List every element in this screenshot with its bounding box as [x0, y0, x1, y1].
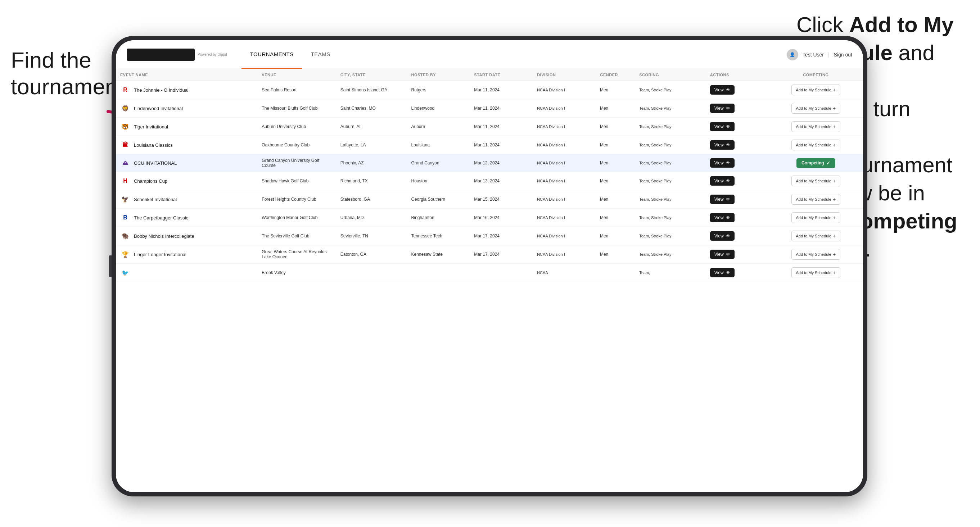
venue-cell: Sea Palms Resort	[257, 81, 336, 99]
team-logo: 🦁	[120, 103, 130, 113]
view-button[interactable]: View 👁	[710, 213, 735, 222]
nav-right: 👤 Test User | Sign out	[787, 49, 852, 60]
add-to-schedule-button[interactable]: Add to My Schedule +	[791, 103, 841, 114]
add-schedule-label: Add to My Schedule	[796, 234, 831, 238]
add-to-schedule-button[interactable]: Add to My Schedule +	[791, 230, 841, 241]
venue-cell: Brook Valley	[257, 264, 336, 282]
col-header-event: EVENT NAME	[116, 69, 257, 81]
logo-text: SCOREBOARD	[130, 51, 191, 59]
add-to-schedule-button[interactable]: Add to My Schedule +	[791, 140, 841, 150]
view-button[interactable]: View 👁	[710, 103, 735, 113]
plus-icon: +	[833, 197, 836, 202]
gender-cell: Men	[596, 136, 635, 154]
add-to-schedule-button[interactable]: Add to My Schedule +	[791, 176, 841, 186]
event-name: Linger Longer Invitational	[134, 252, 186, 257]
event-name-cell: ⛰ GCU INVITATIONAL	[116, 154, 257, 172]
competing-button[interactable]: Competing ✓	[797, 158, 835, 168]
scoring-cell: Team, Stroke Play	[635, 172, 706, 190]
view-button[interactable]: View 👁	[710, 250, 735, 259]
city-cell: Urbana, MD	[336, 209, 407, 227]
team-logo: R	[120, 85, 130, 95]
table-row: B The Carpetbagger Classic Worthington M…	[116, 209, 863, 227]
competing-cell: Add to My Schedule +	[769, 81, 863, 99]
plus-icon: +	[833, 251, 836, 257]
col-header-scoring: SCORING	[635, 69, 706, 81]
table-container[interactable]: EVENT NAME VENUE CITY, STATE HOSTED BY S…	[116, 69, 863, 492]
view-button[interactable]: View 👁	[710, 268, 735, 277]
tablet-screen: SCOREBOARD Powered by clippd TOURNAMENTS…	[116, 40, 863, 492]
city-cell: Statesboro, GA	[336, 190, 407, 209]
division-cell: NCAA Division I	[533, 81, 596, 99]
actions-cell: View 👁	[706, 190, 769, 209]
gender-cell: Men	[596, 227, 635, 245]
competing-cell: Add to My Schedule +	[769, 227, 863, 245]
scoring-cell: Team, Stroke Play	[635, 245, 706, 264]
add-to-schedule-button[interactable]: Add to My Schedule +	[791, 194, 841, 205]
actions-cell: View 👁	[706, 99, 769, 117]
add-schedule-label: Add to My Schedule	[796, 143, 831, 147]
logo-area: SCOREBOARD Powered by clippd	[127, 49, 227, 61]
view-button[interactable]: View 👁	[710, 122, 735, 131]
plus-icon: +	[833, 270, 836, 276]
table-row: 🐦 Brook ValleyNCAATeam,View 👁Add to My S…	[116, 264, 863, 282]
event-name-cell: R The Johnnie - O Individual	[116, 81, 257, 99]
actions-cell: View 👁	[706, 136, 769, 154]
start-date-cell: Mar 15, 2024	[470, 190, 533, 209]
add-to-schedule-button[interactable]: Add to My Schedule +	[791, 84, 841, 95]
eye-icon: 👁	[726, 106, 730, 111]
user-avatar: 👤	[787, 49, 798, 60]
view-button[interactable]: View 👁	[710, 231, 735, 241]
venue-cell: The Missouri Bluffs Golf Club	[257, 99, 336, 117]
eye-icon: 👁	[726, 252, 730, 257]
view-button[interactable]: View 👁	[710, 158, 735, 168]
sign-out-link[interactable]: Sign out	[834, 52, 852, 57]
team-logo: B	[120, 213, 130, 223]
division-cell: NCAA Division I	[533, 245, 596, 264]
venue-cell: Forest Heights Country Club	[257, 190, 336, 209]
table-row: H Champions Cup Shadow Hawk Golf ClubRic…	[116, 172, 863, 190]
table-row: 🏆 Linger Longer Invitational Great Water…	[116, 245, 863, 264]
add-schedule-label: Add to My Schedule	[796, 252, 831, 257]
tab-tournaments[interactable]: TOURNAMENTS	[242, 40, 302, 69]
nav-tabs: TOURNAMENTS TEAMS	[242, 40, 787, 69]
view-button[interactable]: View 👁	[710, 195, 735, 204]
add-to-schedule-button[interactable]: Add to My Schedule +	[791, 249, 841, 260]
gender-cell: Men	[596, 245, 635, 264]
col-header-hosted: HOSTED BY	[407, 69, 470, 81]
event-name-cell: 🦅 Schenkel Invitational	[116, 190, 257, 209]
city-cell: Richmond, TX	[336, 172, 407, 190]
table-row: R The Johnnie - O Individual Sea Palms R…	[116, 81, 863, 99]
col-header-division: DIVISION	[533, 69, 596, 81]
hosted-by-cell	[407, 264, 470, 282]
add-to-schedule-button[interactable]: Add to My Schedule +	[791, 267, 841, 278]
check-icon: ✓	[826, 160, 830, 166]
view-button[interactable]: View 👁	[710, 85, 735, 95]
event-name: Tiger Invitational	[134, 124, 168, 130]
nav-bar: SCOREBOARD Powered by clippd TOURNAMENTS…	[116, 40, 863, 69]
tab-teams[interactable]: TEAMS	[302, 40, 339, 69]
start-date-cell: Mar 11, 2024	[470, 99, 533, 117]
view-button[interactable]: View 👁	[710, 176, 735, 186]
gender-cell: Men	[596, 117, 635, 136]
hosted-by-cell: Houston	[407, 172, 470, 190]
view-button[interactable]: View 👁	[710, 140, 735, 150]
actions-cell: View 👁	[706, 245, 769, 264]
hosted-by-cell: Louisiana	[407, 136, 470, 154]
col-header-competing: COMPETING	[769, 69, 863, 81]
event-name: Louisiana Classics	[134, 143, 173, 148]
table-row: 🦅 Schenkel Invitational Forest Heights C…	[116, 190, 863, 209]
actions-cell: View 👁	[706, 81, 769, 99]
city-cell: Saint Simons Island, GA	[336, 81, 407, 99]
event-name-cell: 🦁 Lindenwood Invitational	[116, 99, 257, 117]
team-logo: 🦅	[120, 194, 130, 204]
team-logo: 🐯	[120, 122, 130, 132]
add-to-schedule-button[interactable]: Add to My Schedule +	[791, 121, 841, 132]
competing-cell: Add to My Schedule +	[769, 99, 863, 117]
event-name-cell: 🐯 Tiger Invitational	[116, 117, 257, 136]
scoring-cell: Team, Stroke Play	[635, 154, 706, 172]
hosted-by-cell: Tennessee Tech	[407, 227, 470, 245]
event-name-cell: 🦬 Bobby Nichols Intercollegiate	[116, 227, 257, 245]
add-to-schedule-button[interactable]: Add to My Schedule +	[791, 212, 841, 223]
scoring-cell: Team, Stroke Play	[635, 81, 706, 99]
city-cell	[336, 264, 407, 282]
